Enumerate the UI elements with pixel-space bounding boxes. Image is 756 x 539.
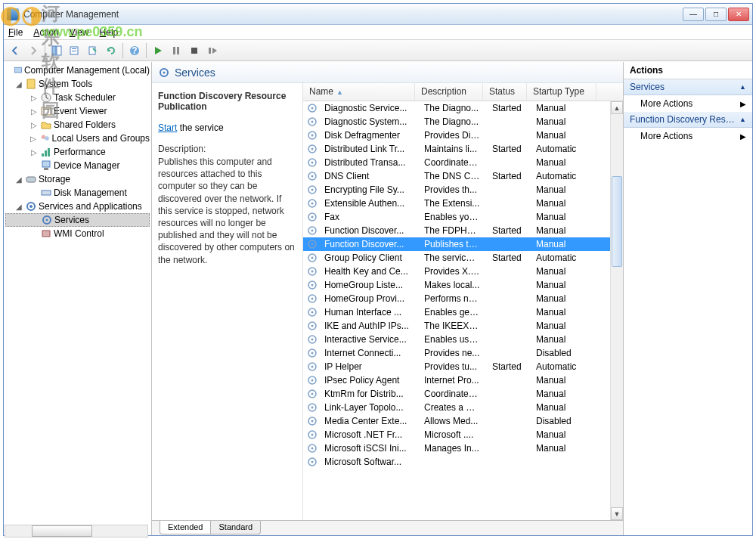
service-row[interactable]: Distributed Link Tr...Maintains li...Sta… [303,142,623,156]
tree-services[interactable]: Services [54,215,89,225]
service-row[interactable]: HomeGroup Provi...Performs ne...Manual [303,292,623,305]
cell-name: DNS Client [318,171,418,181]
cell-description: Provides Dis... [418,130,486,141]
tree-horizontal-scrollbar[interactable] [5,525,148,537]
tree-scroll-thumb[interactable] [32,525,92,537]
service-row[interactable]: IKE and AuthIP IPs...The IKEEXT ...Manua… [303,319,623,333]
toolbar: ? [4,40,752,61]
service-detail: Function Discovery Resource Publication … [152,83,303,520]
tab-standard[interactable]: Standard [210,521,261,534]
action-more-selected[interactable]: More Actions▶ [624,128,752,144]
export-button[interactable] [85,42,101,59]
tree-event-viewer[interactable]: Event Viewer [54,106,107,116]
service-row[interactable]: Health Key and Ce...Provides X.5...Manua… [303,265,623,278]
cell-status: Started [486,225,530,236]
start-service-button[interactable] [150,42,166,59]
service-row[interactable]: Distributed Transa...Coordinates...Manua… [303,156,623,169]
cell-startup: Manual [530,293,600,304]
tree-task-scheduler[interactable]: Task Scheduler [54,92,116,103]
back-button[interactable] [7,42,23,59]
cell-name: Microsoft .NET Fr... [318,429,418,440]
service-row[interactable]: Encrypting File Sy...Provides th...Manua… [303,183,623,197]
service-row[interactable]: DNS ClientThe DNS Cli...StartedAutomatic [303,169,623,183]
cell-description: The Diagno... [418,116,486,127]
tree-local-users[interactable]: Local Users and Groups [52,133,150,144]
cell-startup: Manual [530,212,600,222]
cell-description: The service ... [418,252,486,263]
service-row[interactable]: Media Center Exte...Allows Med...Disable… [303,414,623,428]
pause-service-button[interactable] [168,42,184,59]
service-row[interactable]: Interactive Service...Enables use...Manu… [303,333,623,346]
column-startup-type[interactable]: Startup Type [527,83,596,101]
menu-view[interactable]: View [70,27,89,38]
column-description[interactable]: Description [415,83,483,101]
maximize-button[interactable]: □ [705,8,727,21]
titlebar[interactable]: Computer Management — □ ✕ [4,4,752,25]
menu-help[interactable]: Help [100,27,119,38]
service-row[interactable]: Microsoft .NET Fr...Microsoft ....Manual [303,428,623,441]
service-row[interactable]: HomeGroup Liste...Makes local...Manual [303,278,623,292]
minimize-button[interactable]: — [683,8,704,21]
tree-root[interactable]: Computer Management (Local) [24,65,150,76]
svg-point-36 [311,121,314,123]
service-row[interactable]: IP HelperProvides tu...StartedAutomatic [303,360,623,373]
cell-name: Function Discover... [318,239,418,249]
forward-button[interactable] [25,42,42,59]
tree-disk-management[interactable]: Disk Management [54,187,127,198]
services-list[interactable]: Name▲ Description Status Startup Type Di… [303,83,623,520]
action-more-services[interactable]: More Actions▶ [624,95,752,112]
service-row[interactable]: Diagnostic Service...The Diagno...Starte… [303,101,623,115]
service-row[interactable]: Diagnostic System...The Diagno...Manual [303,115,623,129]
close-button[interactable]: ✕ [728,8,749,21]
column-name[interactable]: Name▲ [303,83,415,101]
show-hide-tree-button[interactable] [48,42,65,59]
service-row[interactable]: Human Interface ...Enables gen...Manual [303,305,623,319]
tab-extended[interactable]: Extended [160,521,211,534]
svg-point-32 [163,71,166,73]
service-row[interactable]: Microsoft Softwar... [303,455,623,469]
tree-services-apps[interactable]: Services and Applications [39,201,142,212]
scroll-thumb[interactable] [612,176,622,267]
cell-startup: Manual [530,334,600,345]
refresh-button[interactable] [103,42,119,59]
actions-group-services[interactable]: Services▲ [624,79,752,95]
scroll-up-button[interactable]: ▲ [611,101,623,114]
service-row[interactable]: IPsec Policy AgentInternet Pro...Manual [303,373,623,387]
tree-system-tools[interactable]: System Tools [39,79,92,89]
cell-startup: Manual [530,198,600,209]
cell-name: Link-Layer Topolo... [318,402,418,413]
menu-file[interactable]: File [8,27,23,38]
svg-point-48 [311,203,314,205]
menu-action[interactable]: Action [33,27,58,38]
tree-device-manager[interactable]: Device Manager [54,160,119,171]
svg-rect-0 [52,46,56,55]
cell-name: Disk Defragmenter [318,130,418,141]
vertical-scrollbar[interactable]: ▲ ▼ [610,101,623,520]
service-row[interactable]: Extensible Authen...The Extensi...Manual [303,197,623,210]
service-row[interactable]: Group Policy ClientThe service ...Starte… [303,251,623,265]
tree-wmi-control[interactable]: WMI Control [54,228,104,239]
service-row[interactable]: Function Discover...The FDPHO...StartedM… [303,224,623,237]
svg-rect-20 [45,150,47,156]
cell-startup: Manual [530,429,600,440]
service-row[interactable]: Microsoft iSCSI Ini...Manages In...Manua… [303,441,623,455]
stop-service-button[interactable] [186,42,203,59]
help-button[interactable]: ? [126,42,143,59]
tree-storage[interactable]: Storage [39,174,70,184]
navigation-tree[interactable]: Computer Management (Local) ◢System Tool… [4,62,152,535]
service-row[interactable]: Disk DefragmenterProvides Dis...Manual [303,129,623,142]
svg-point-56 [311,257,314,259]
service-row[interactable]: FaxEnables you...Manual [303,210,623,224]
tree-shared-folders[interactable]: Shared Folders [54,119,116,130]
tree-performance[interactable]: Performance [54,147,106,157]
service-row[interactable]: Function Discover...Publishes th...Manua… [303,237,623,251]
service-row[interactable]: KtmRm for Distrib...Coordinates...Manual [303,387,623,401]
service-row[interactable]: Link-Layer Topolo...Creates a N...Manual [303,401,623,414]
scroll-down-button[interactable]: ▼ [611,507,623,520]
service-row[interactable]: Internet Connecti...Provides ne...Disabl… [303,346,623,360]
start-service-link[interactable]: Start [158,122,177,133]
column-status[interactable]: Status [483,83,527,101]
properties-button[interactable] [67,42,83,59]
restart-service-button[interactable] [204,42,221,59]
actions-group-selected[interactable]: Function Discovery Resourc...▲ [624,112,752,128]
